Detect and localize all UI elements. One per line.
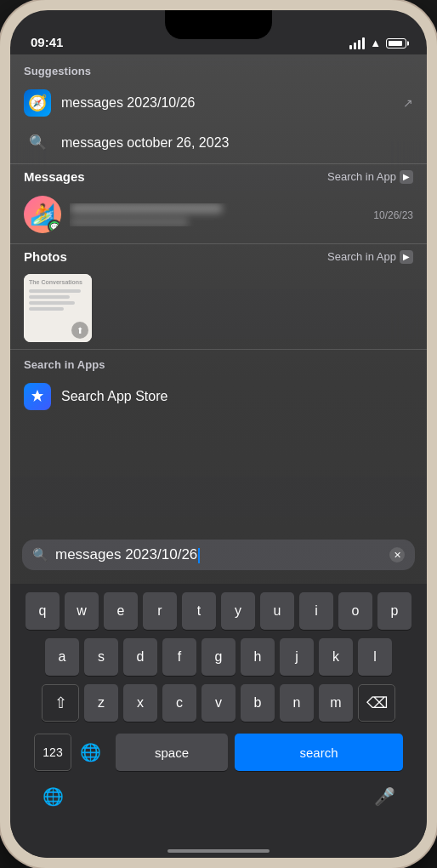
suggestion-1-text: messages 2023/10/26	[61, 95, 393, 111]
keyboard-bottom-row: 123 🌐 space search	[14, 730, 423, 778]
messages-app-name: Messages	[24, 169, 85, 184]
safari-icon: 🧭	[24, 89, 51, 117]
search-bar-search-icon: 🔍	[32, 547, 48, 562]
photo-share-icon: ⬆	[71, 322, 88, 339]
key-b[interactable]: b	[241, 684, 275, 722]
key-search[interactable]: search	[235, 734, 403, 771]
keyboard-row-3: ⇧ z x c v b n m ⌫	[14, 684, 423, 722]
separator	[10, 349, 427, 350]
search-bar-value: messages 2023/10/26	[55, 546, 197, 562]
key-u[interactable]: u	[260, 592, 294, 630]
key-globe-bottom[interactable]: 🌐	[34, 778, 71, 815]
app-store-text: Search App Store	[61, 389, 413, 404]
photos-section: Photos Search in App ▶ The Conversations	[10, 243, 427, 342]
photos-app-name: Photos	[24, 249, 67, 264]
suggestions-label: Suggestions	[10, 61, 427, 81]
key-space[interactable]: space	[116, 734, 228, 771]
search-bar-text: messages 2023/10/26	[55, 546, 383, 563]
key-m[interactable]: m	[319, 684, 353, 722]
phone-screen: 09:41 ▲ Suggestions	[10, 10, 427, 858]
key-h[interactable]: h	[241, 638, 275, 676]
key-a[interactable]: a	[45, 638, 79, 676]
key-o[interactable]: o	[338, 592, 372, 630]
signal-icon	[349, 37, 365, 49]
status-icons: ▲	[349, 37, 406, 49]
content-area: Suggestions 🧭 messages 2023/10/26 ↗ 🔍 me…	[10, 54, 427, 858]
key-p[interactable]: p	[377, 592, 411, 630]
messages-search-in-app-icon: ▶	[400, 170, 413, 184]
photos-section-header: Photos Search in App ▶	[10, 243, 427, 269]
message-result-row[interactable]: 🏄 💬 10/26/23	[10, 189, 427, 240]
wifi-icon: ▲	[370, 37, 381, 49]
key-n[interactable]: n	[280, 684, 314, 722]
photo-inner: The Conversations ⬆	[24, 274, 92, 342]
key-globe[interactable]: 🌐	[71, 734, 109, 771]
key-k[interactable]: k	[319, 638, 353, 676]
app-store-row[interactable]: Search App Store	[10, 374, 427, 419]
suggestion-1-arrow: ↗	[403, 96, 413, 110]
key-z[interactable]: z	[84, 684, 118, 722]
key-d[interactable]: d	[123, 638, 157, 676]
key-shift[interactable]: ⇧	[42, 684, 79, 722]
app-store-icon	[24, 383, 51, 410]
home-indicator	[167, 849, 270, 853]
photos-search-in-app-icon: ▶	[400, 250, 413, 264]
key-v[interactable]: v	[201, 684, 236, 722]
messages-section-header: Messages Search in App ▶	[10, 163, 427, 189]
key-g[interactable]: g	[201, 638, 236, 676]
message-preview-blurred	[70, 218, 189, 226]
battery-icon	[386, 38, 406, 49]
photo-lines	[29, 289, 87, 313]
key-j[interactable]: j	[280, 638, 314, 676]
search-results: Suggestions 🧭 messages 2023/10/26 ↗ 🔍 me…	[10, 54, 427, 425]
keyboard-row-1: q w e r t y u i o p	[14, 592, 423, 630]
keyboard-extras: 🌐 🎤	[14, 778, 423, 817]
search-bar-container: 🔍 messages 2023/10/26 ✕	[10, 533, 427, 577]
notch	[165, 10, 272, 39]
suggestion-2-text: messages october 26, 2023	[61, 135, 229, 151]
battery-fill	[389, 41, 402, 46]
phone-frame: 09:41 ▲ Suggestions	[0, 0, 437, 868]
suggestion-row-2[interactable]: 🔍 messages october 26, 2023	[10, 125, 427, 160]
message-avatar: 🏄 💬	[24, 196, 61, 233]
keyboard: q w e r t y u i o p a s d f g	[10, 584, 427, 858]
messages-search-in-app[interactable]: Search in App ▶	[327, 170, 413, 184]
key-x[interactable]: x	[123, 684, 157, 722]
photo-title: The Conversations	[29, 279, 87, 286]
key-t[interactable]: t	[182, 592, 216, 630]
key-mic[interactable]: 🎤	[366, 778, 403, 815]
messages-badge: 💬	[48, 220, 61, 233]
search-suggestion-icon: 🔍	[24, 134, 51, 151]
search-in-apps-section: Search in Apps Search App Store	[10, 349, 427, 419]
key-i[interactable]: i	[299, 592, 333, 630]
key-c[interactable]: c	[162, 684, 196, 722]
key-w[interactable]: w	[65, 592, 99, 630]
key-y[interactable]: y	[221, 592, 255, 630]
suggestion-row-1[interactable]: 🧭 messages 2023/10/26 ↗	[10, 81, 427, 125]
key-r[interactable]: r	[143, 592, 177, 630]
key-numbers[interactable]: 123	[34, 734, 71, 771]
key-delete[interactable]: ⌫	[358, 684, 395, 722]
message-content	[70, 203, 365, 226]
messages-search-in-app-text: Search in App	[327, 170, 396, 183]
search-in-apps-label: Search in Apps	[10, 355, 427, 374]
search-cursor	[198, 548, 200, 563]
keyboard-row-2: a s d f g h j k l	[14, 638, 423, 676]
key-e[interactable]: e	[104, 592, 138, 630]
key-f[interactable]: f	[162, 638, 196, 676]
key-s[interactable]: s	[84, 638, 118, 676]
photo-thumbnail[interactable]: The Conversations ⬆	[24, 274, 92, 342]
photos-search-in-app[interactable]: Search in App ▶	[327, 250, 413, 264]
search-bar[interactable]: 🔍 messages 2023/10/26 ✕	[22, 540, 415, 570]
message-date: 10/26/23	[373, 208, 413, 221]
key-l[interactable]: l	[358, 638, 392, 676]
message-name-blurred	[70, 203, 223, 214]
search-clear-button[interactable]: ✕	[389, 547, 405, 562]
messages-section: Messages Search in App ▶ 🏄 💬	[10, 163, 427, 240]
key-q[interactable]: q	[26, 592, 60, 630]
photos-search-in-app-text: Search in App	[327, 250, 396, 263]
